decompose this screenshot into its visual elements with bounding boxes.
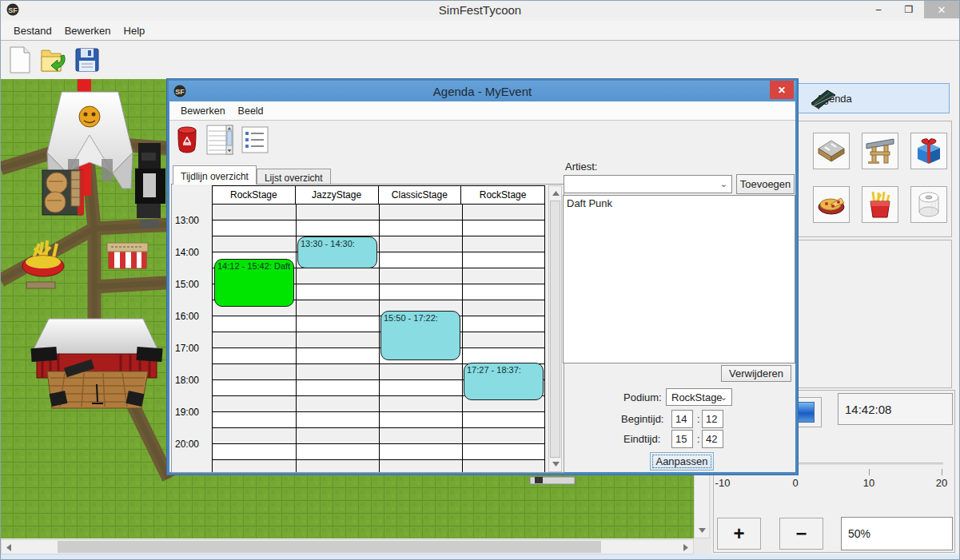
- column-divider: [379, 205, 380, 472]
- time-colon: :: [697, 413, 700, 425]
- hour-label: 16:00: [175, 311, 210, 322]
- slider-label-minus10: -10: [707, 477, 739, 489]
- slider-label-0: 0: [779, 477, 811, 489]
- timeline-table: RockStage JazzyStage ClassicStage RockSt…: [173, 185, 562, 472]
- timeline-scrollbar[interactable]: [548, 185, 562, 472]
- artist-combobox[interactable]: ⌄: [564, 175, 732, 193]
- hour-label: 17:00: [175, 343, 210, 354]
- hour-label: 14:00: [175, 247, 210, 258]
- delete-event-button[interactable]: [176, 125, 198, 157]
- info-groupbox: [797, 240, 952, 388]
- wood-pallets: [71, 171, 80, 206]
- scroll-down-icon[interactable]: [695, 524, 708, 537]
- maximize-button[interactable]: ❐: [894, 1, 924, 18]
- agenda-event[interactable]: 15:50 - 17:22:: [380, 311, 460, 359]
- dialog-tabs: Tijdlijn overzicht Lijst overzicht: [173, 165, 331, 185]
- hour-label: 13:00: [175, 215, 210, 226]
- timeline-scroll-down-icon[interactable]: [549, 458, 562, 471]
- slider-label-20: 20: [926, 477, 958, 489]
- save-file-button[interactable]: [73, 45, 102, 75]
- dialog-menu-bewerken[interactable]: Bewerken: [174, 103, 232, 119]
- window-bottom-strip: [1, 554, 960, 560]
- artist-list[interactable]: Daft Punk: [563, 195, 795, 363]
- column-divider: [296, 205, 297, 472]
- timeline-grid[interactable]: 14:12 - 15:42: Daft P13:30 - 14:30:15:50…: [212, 205, 545, 472]
- tab-lijst-overzicht[interactable]: Lijst overzicht: [257, 169, 331, 185]
- torii-gate-icon: [866, 137, 894, 165]
- menu-bewerken[interactable]: Bewerken: [58, 22, 118, 39]
- hour-label: 20:00: [175, 439, 210, 450]
- artist-list-item[interactable]: Daft Punk: [567, 197, 791, 209]
- pizza-icon: [817, 193, 846, 216]
- toilet-paper-icon: [916, 191, 942, 218]
- gift-box-icon: [914, 137, 943, 165]
- end-minute-field[interactable]: 42: [702, 430, 723, 448]
- map-hscroll-thumb[interactable]: [58, 541, 601, 553]
- menu-help[interactable]: Help: [118, 22, 152, 39]
- add-artist-button[interactable]: Toevoegen: [736, 174, 795, 194]
- agenda-event[interactable]: 14:12 - 15:42: Daft P: [214, 259, 294, 307]
- scroll-right-icon[interactable]: [679, 541, 692, 554]
- begin-minute-field[interactable]: 12: [702, 410, 723, 428]
- play-blue-icon: [795, 402, 815, 423]
- menu-bestand[interactable]: Bestand: [7, 22, 58, 39]
- agenda-book-icon: [810, 89, 837, 109]
- road-tile-icon: [817, 139, 846, 163]
- map-horizontal-scrollbar[interactable]: [1, 539, 694, 554]
- remove-artist-button[interactable]: Verwijderen: [721, 365, 791, 382]
- list-view-button[interactable]: [241, 126, 269, 157]
- new-file-icon: [9, 46, 31, 73]
- timeline-scroll-up-icon[interactable]: [549, 187, 562, 200]
- hour-label: 19:00: [175, 407, 210, 418]
- slider-tick: [942, 469, 942, 475]
- item-pizza-stand-button[interactable]: [813, 186, 850, 223]
- simfest-window: { "window": { "title": "SimFestTycoon", …: [0, 0, 960, 560]
- scroll-left-icon[interactable]: [2, 541, 15, 554]
- agenda-event[interactable]: 13:30 - 14:30:: [297, 236, 377, 268]
- dialog-titlebar[interactable]: SF Agenda - MyEvent ✕: [169, 81, 796, 101]
- dialog-menu-beeld[interactable]: Beeld: [232, 103, 270, 119]
- chevron-down-icon: ⌄: [720, 392, 727, 403]
- column-header: ClassicStage: [379, 186, 462, 204]
- apply-button[interactable]: Aanpassen: [650, 452, 714, 471]
- tent-fragment: [530, 477, 575, 484]
- begin-hour-field[interactable]: 14: [671, 410, 693, 428]
- artist-label: Artiest:: [565, 161, 597, 173]
- zoom-in-button[interactable]: +: [717, 518, 761, 550]
- agenda-button[interactable]: Agenda: [798, 83, 950, 113]
- item-toilet-paper-button[interactable]: [910, 186, 947, 223]
- zoom-out-button[interactable]: −: [779, 518, 823, 550]
- timeline-header: RockStage JazzyStage ClassicStage RockSt…: [212, 185, 545, 205]
- dialog-close-button[interactable]: ✕: [770, 81, 794, 99]
- main-toolbar: [1, 42, 959, 78]
- item-road-tile-button[interactable]: [813, 133, 850, 169]
- end-hour-field[interactable]: 15: [671, 430, 693, 448]
- new-file-button[interactable]: [6, 45, 34, 75]
- list-view-icon: [241, 126, 269, 153]
- dialog-title: Agenda - MyEvent: [169, 85, 796, 98]
- hour-label: 15:00: [175, 279, 210, 290]
- tab-tijdlijn-overzicht[interactable]: Tijdlijn overzicht: [173, 165, 257, 185]
- dialog-menubar: Bewerken Beeld: [169, 101, 795, 121]
- agenda-event[interactable]: 17:27 - 18:37:: [464, 363, 544, 400]
- item-gift-box-button[interactable]: [910, 133, 947, 169]
- agenda-dialog: SF Agenda - MyEvent ✕ Bewerken Beeld: [167, 79, 798, 475]
- column-header: JazzyStage: [296, 186, 379, 204]
- slider-label-10: 10: [853, 477, 885, 489]
- scrollpane-view-icon: [206, 125, 233, 155]
- column-header: RockStage: [213, 186, 296, 204]
- close-button[interactable]: ✕: [924, 1, 959, 18]
- save-file-icon: [75, 48, 99, 72]
- podium-combobox[interactable]: RockStage ⌄: [666, 388, 732, 406]
- timeline-scroll-thumb[interactable]: [550, 201, 560, 458]
- time-colon: :: [697, 433, 700, 445]
- item-fries-stand-button[interactable]: [862, 186, 898, 223]
- timeline-view-button[interactable]: [206, 125, 233, 158]
- timeline-tab-panel: RockStage JazzyStage ClassicStage RockSt…: [171, 184, 564, 473]
- item-torii-gate-button[interactable]: [862, 133, 898, 169]
- minimize-button[interactable]: –: [863, 1, 894, 18]
- open-file-button[interactable]: [39, 45, 68, 75]
- zoom-value-field[interactable]: 50%: [841, 517, 953, 550]
- window-title: SimFestTycoon: [1, 3, 959, 17]
- open-file-icon: [40, 47, 67, 73]
